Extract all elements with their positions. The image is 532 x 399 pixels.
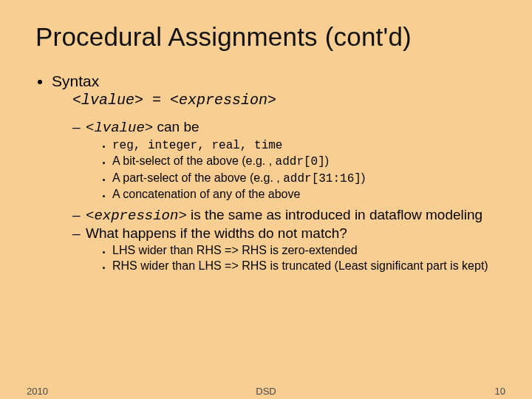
page-title: Procedural Assignments (cont'd) [35,22,497,52]
width-question-item: What happens if the widths do not match?… [72,225,497,274]
bullet-list-l2: <lvalue> can be reg, integer, real, time… [52,119,497,274]
slide: Procedural Assignments (cont'd) Syntax <… [0,0,532,399]
width-rhs-item: RHS wider than LHS => RHS is truncated (… [112,259,497,273]
lvalue-canbe-text: can be [153,119,199,134]
expression-code: <expression> [86,208,187,224]
footer-center: DSD [0,386,532,397]
width-lhs-item: LHS wider than RHS => RHS is zero-extend… [112,243,497,258]
part-code: addr[31:16] [283,172,361,185]
expression-text: is the same as introduced in dataflow mo… [187,207,482,222]
part-pre: A part-select of the above (e.g. , [112,171,283,184]
lvalue-bitselect-item: A bit-select of the above (e.g. , addr[0… [112,154,497,169]
expression-item: <expression> is the same as introduced i… [72,207,497,224]
syntax-lvalue: <lvalue> [72,92,143,109]
part-post: ) [361,171,365,184]
lvalue-code: <lvalue> [86,120,153,136]
width-sublist: LHS wider than RHS => RHS is zero-extend… [86,243,497,274]
lvalue-partselect-item: A part-select of the above (e.g. , addr[… [112,171,497,186]
bit-post: ) [325,154,329,167]
syntax-expr: <expression> [170,92,276,109]
lvalue-concat-item: A concatenation of any of the above [112,187,497,202]
lvalue-reg-item: reg, integer, real, time [112,137,497,153]
syntax-expression: <lvalue> = <expression> [72,92,497,109]
bit-pre: A bit-select of the above (e.g. , [112,154,276,167]
reg-types: reg, integer, real, time [112,139,282,152]
lvalue-sublist: reg, integer, real, time A bit-select of… [86,137,497,202]
width-question: What happens if the widths do not match? [86,225,347,241]
bullet-list-l1: Syntax <lvalue> = <expression> <lvalue> … [35,72,497,274]
syntax-label: Syntax [52,72,99,89]
footer-page: 10 [495,386,505,397]
lvalue-canbe-item: <lvalue> can be reg, integer, real, time… [72,119,497,202]
syntax-equals: = [143,92,170,109]
syntax-item: Syntax <lvalue> = <expression> <lvalue> … [52,72,497,274]
bit-code: addr[0] [276,155,325,168]
